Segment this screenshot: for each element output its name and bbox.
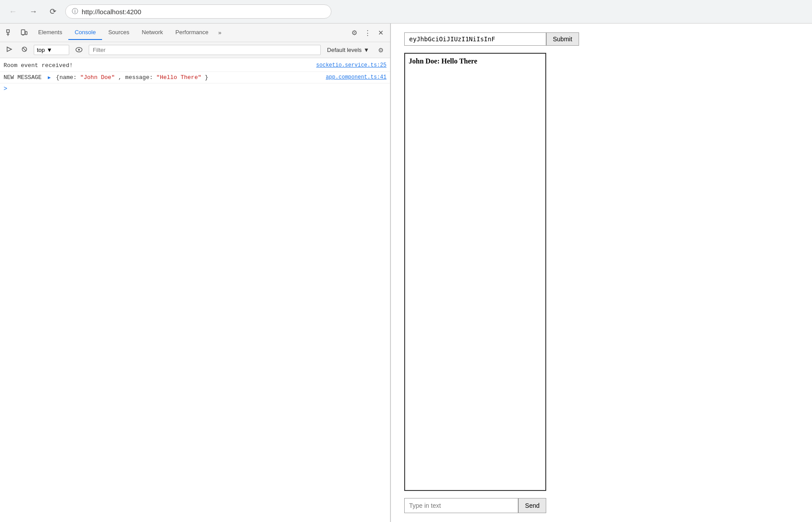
console-line-1: Room event received! socketio.service.ts… bbox=[0, 60, 390, 72]
devtools-panel: Elements Console Sources Network Perform… bbox=[0, 24, 390, 522]
message-value: "Hello There" bbox=[156, 74, 201, 81]
comma-separator: , message: bbox=[118, 74, 157, 81]
devtools-close-button[interactable]: ✕ bbox=[375, 26, 386, 40]
context-label: top bbox=[37, 47, 45, 53]
execute-script-button[interactable] bbox=[4, 44, 15, 55]
inspect-icon bbox=[6, 29, 13, 36]
message-input-row: Send bbox=[404, 498, 546, 513]
submit-button[interactable]: Submit bbox=[546, 32, 579, 46]
svg-rect-4 bbox=[25, 32, 27, 35]
svg-rect-3 bbox=[21, 30, 25, 35]
devtools-settings-button[interactable]: ⚙ bbox=[349, 26, 360, 40]
more-tabs-button[interactable]: » bbox=[215, 27, 225, 39]
block-icon bbox=[21, 46, 28, 52]
console-line-2: NEW MESSAGE ▶ {name: "John Doe" , messag… bbox=[0, 72, 390, 84]
svg-point-10 bbox=[78, 49, 80, 51]
send-button[interactable]: Send bbox=[518, 498, 546, 513]
context-selector[interactable]: top ▼ bbox=[34, 45, 69, 55]
svg-rect-0 bbox=[7, 30, 9, 32]
device-toggle-button[interactable] bbox=[18, 27, 30, 39]
console-prompt: > bbox=[0, 83, 390, 94]
name-value: "John Doe" bbox=[80, 74, 115, 81]
console-line-1-text: Room event received! bbox=[4, 61, 313, 70]
svg-line-8 bbox=[23, 47, 26, 51]
levels-button[interactable]: Default levels ▼ bbox=[324, 45, 372, 55]
devtools-toolbar: Elements Console Sources Network Perform… bbox=[0, 24, 390, 42]
console-output: Room event received! socketio.service.ts… bbox=[0, 58, 390, 522]
block-button[interactable] bbox=[19, 44, 30, 55]
inspect-element-button[interactable] bbox=[4, 27, 16, 39]
console-gear-button[interactable]: ⚙ bbox=[375, 45, 386, 55]
tab-sources[interactable]: Sources bbox=[102, 25, 136, 40]
object-close: } bbox=[205, 74, 209, 81]
console-line-1-source[interactable]: socketio.service.ts:25 bbox=[316, 61, 386, 69]
levels-chevron-icon: ▼ bbox=[363, 47, 369, 53]
address-bar[interactable]: ⓘ http://localhost:4200 bbox=[65, 4, 331, 19]
prompt-arrow-icon: > bbox=[4, 85, 7, 92]
room-event-text: Room event received! bbox=[4, 62, 73, 69]
expand-arrow[interactable]: ▶ bbox=[48, 75, 51, 80]
token-input[interactable] bbox=[404, 32, 546, 46]
info-icon: ⓘ bbox=[72, 8, 78, 16]
chevron-down-icon: ▼ bbox=[47, 47, 52, 53]
tab-network[interactable]: Network bbox=[136, 25, 169, 40]
console-line-2-text: NEW MESSAGE ▶ {name: "John Doe" , messag… bbox=[4, 73, 322, 82]
refresh-button[interactable]: ⟳ bbox=[46, 5, 60, 18]
object-open: {name: bbox=[56, 74, 80, 81]
tab-console[interactable]: Console bbox=[68, 25, 102, 40]
chat-message: John Doe: Hello There bbox=[409, 57, 542, 65]
device-icon bbox=[20, 29, 28, 36]
new-message-label: NEW MESSAGE bbox=[4, 74, 42, 81]
message-input[interactable] bbox=[404, 498, 518, 513]
levels-label: Default levels bbox=[327, 47, 362, 53]
url-text: http://localhost:4200 bbox=[82, 8, 141, 16]
execute-icon bbox=[6, 46, 12, 52]
app-panel: Submit John Doe: Hello There Send bbox=[391, 24, 812, 522]
eye-button[interactable] bbox=[73, 45, 85, 55]
console-bar: top ▼ Default levels ▼ ⚙ bbox=[0, 42, 390, 58]
back-button[interactable]: ← bbox=[5, 5, 20, 18]
filter-input[interactable] bbox=[89, 45, 321, 55]
tab-elements[interactable]: Elements bbox=[32, 25, 68, 40]
forward-button[interactable]: → bbox=[26, 5, 41, 18]
eye-icon bbox=[75, 47, 83, 52]
svg-marker-6 bbox=[7, 47, 12, 51]
chat-box: John Doe: Hello There bbox=[404, 53, 546, 491]
devtools-menu-button[interactable]: ⋮ bbox=[362, 26, 374, 40]
devtools-tabs: Elements Console Sources Network Perform… bbox=[32, 25, 347, 40]
token-row: Submit bbox=[404, 32, 799, 46]
console-line-2-source[interactable]: app.component.ts:41 bbox=[326, 73, 386, 81]
tab-performance[interactable]: Performance bbox=[169, 25, 214, 40]
